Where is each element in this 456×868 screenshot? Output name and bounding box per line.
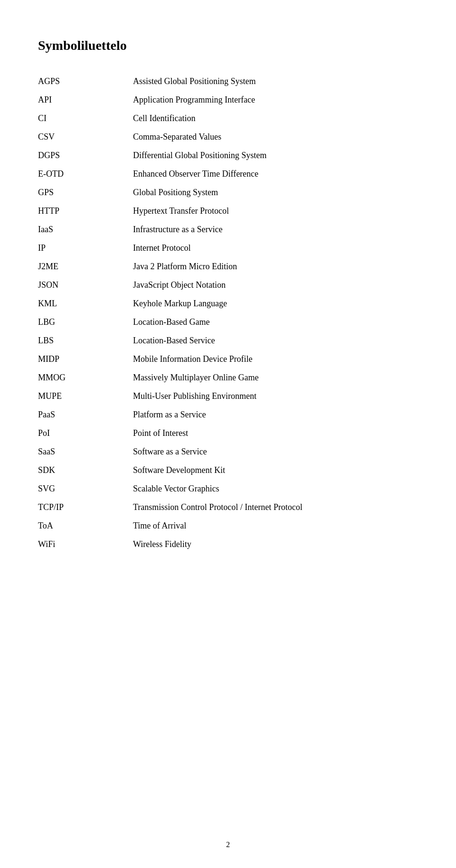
list-item: PoIPoint of Interest — [38, 424, 418, 443]
definition-label: Multi-User Publishing Environment — [133, 387, 418, 406]
list-item: JSONJavaScript Object Notation — [38, 276, 418, 294]
acronym-label: SDK — [38, 461, 133, 480]
definition-label: Transmission Control Protocol / Internet… — [133, 498, 418, 517]
acronym-label: MIDP — [38, 350, 133, 368]
definition-label: Point of Interest — [133, 424, 418, 443]
page-title: Symboliluettelo — [38, 38, 418, 53]
page-container: Symboliluettelo AGPSAssisted Global Posi… — [0, 0, 456, 592]
list-item: E-OTDEnhanced Observer Time Difference — [38, 165, 418, 183]
list-item: SDKSoftware Development Kit — [38, 461, 418, 480]
definition-label: Keyhole Markup Language — [133, 294, 418, 313]
definition-label: Location-Based Service — [133, 331, 418, 350]
definition-label: Assisted Global Positioning System — [133, 72, 418, 91]
list-item: CSVComma-Separated Values — [38, 128, 418, 146]
list-item: IaaSInfrastructure as a Service — [38, 220, 418, 239]
definition-label: Software as a Service — [133, 443, 418, 461]
list-item: MIDPMobile Information Device Profile — [38, 350, 418, 368]
acronym-label: CSV — [38, 128, 133, 146]
acronym-label: SVG — [38, 480, 133, 498]
definition-label: Application Programming Interface — [133, 91, 418, 109]
list-item: LBGLocation-Based Game — [38, 313, 418, 331]
definition-label: Differential Global Positioning System — [133, 146, 418, 165]
acronym-label: HTTP — [38, 202, 133, 220]
acronym-label: TCP/IP — [38, 498, 133, 517]
list-item: MMOGMassively Multiplayer Online Game — [38, 368, 418, 387]
definition-label: JavaScript Object Notation — [133, 276, 418, 294]
list-item: CICell Identification — [38, 109, 418, 128]
acronym-label: WiFi — [38, 535, 133, 554]
acronym-table: AGPSAssisted Global Positioning SystemAP… — [38, 72, 418, 554]
list-item: IPInternet Protocol — [38, 239, 418, 257]
definition-label: Software Development Kit — [133, 461, 418, 480]
definition-label: Cell Identification — [133, 109, 418, 128]
definition-label: Location-Based Game — [133, 313, 418, 331]
list-item: APIApplication Programming Interface — [38, 91, 418, 109]
definition-label: Internet Protocol — [133, 239, 418, 257]
definition-label: Global Positiong System — [133, 183, 418, 202]
acronym-label: J2ME — [38, 257, 133, 276]
acronym-label: ToA — [38, 517, 133, 535]
acronym-label: SaaS — [38, 443, 133, 461]
acronym-label: PoI — [38, 424, 133, 443]
list-item: WiFiWireless Fidelity — [38, 535, 418, 554]
list-item: TCP/IPTransmission Control Protocol / In… — [38, 498, 418, 517]
acronym-label: DGPS — [38, 146, 133, 165]
list-item: LBSLocation-Based Service — [38, 331, 418, 350]
list-item: SaaSSoftware as a Service — [38, 443, 418, 461]
acronym-label: CI — [38, 109, 133, 128]
acronym-label: JSON — [38, 276, 133, 294]
list-item: KMLKeyhole Markup Language — [38, 294, 418, 313]
acronym-label: IP — [38, 239, 133, 257]
acronym-label: PaaS — [38, 406, 133, 424]
definition-label: Comma-Separated Values — [133, 128, 418, 146]
acronym-label: GPS — [38, 183, 133, 202]
definition-label: Java 2 Platform Micro Edition — [133, 257, 418, 276]
list-item: GPSGlobal Positiong System — [38, 183, 418, 202]
definition-label: Wireless Fidelity — [133, 535, 418, 554]
acronym-label: MMOG — [38, 368, 133, 387]
list-item: AGPSAssisted Global Positioning System — [38, 72, 418, 91]
list-item: ToATime of Arrival — [38, 517, 418, 535]
definition-label: Massively Multiplayer Online Game — [133, 368, 418, 387]
list-item: J2MEJava 2 Platform Micro Edition — [38, 257, 418, 276]
acronym-label: MUPE — [38, 387, 133, 406]
page-number: 2 — [226, 840, 230, 849]
definition-label: Platform as a Service — [133, 406, 418, 424]
list-item: PaaSPlatform as a Service — [38, 406, 418, 424]
definition-label: Time of Arrival — [133, 517, 418, 535]
definition-label: Enhanced Observer Time Difference — [133, 165, 418, 183]
list-item: DGPSDifferential Global Positioning Syst… — [38, 146, 418, 165]
acronym-label: IaaS — [38, 220, 133, 239]
acronym-label: API — [38, 91, 133, 109]
list-item: HTTPHypertext Transfer Protocol — [38, 202, 418, 220]
acronym-label: LBS — [38, 331, 133, 350]
definition-label: Scalable Vector Graphics — [133, 480, 418, 498]
acronym-label: LBG — [38, 313, 133, 331]
acronym-label: KML — [38, 294, 133, 313]
acronym-label: AGPS — [38, 72, 133, 91]
definition-label: Infrastructure as a Service — [133, 220, 418, 239]
definition-label: Mobile Information Device Profile — [133, 350, 418, 368]
list-item: MUPEMulti-User Publishing Environment — [38, 387, 418, 406]
list-item: SVGScalable Vector Graphics — [38, 480, 418, 498]
definition-label: Hypertext Transfer Protocol — [133, 202, 418, 220]
acronym-label: E-OTD — [38, 165, 133, 183]
